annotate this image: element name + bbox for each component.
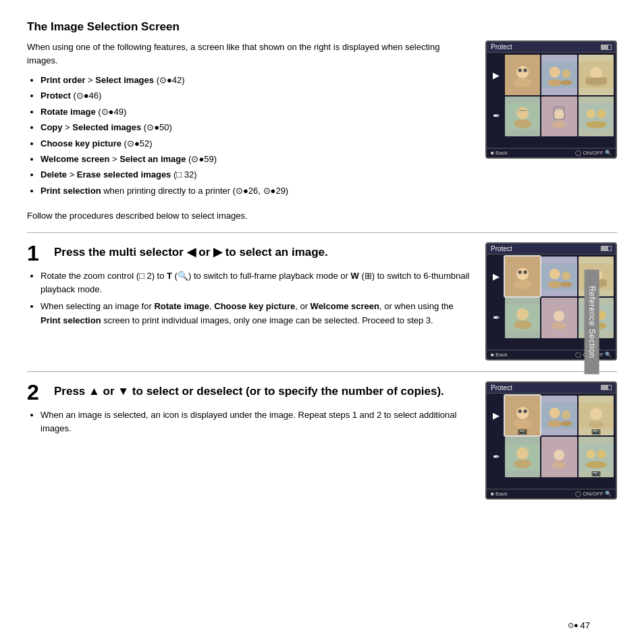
back-label-3: ■ Back [491,491,508,497]
battery-icon-2 [601,246,612,251]
thumbnail [505,55,540,95]
step-1-bullets: Rotate the zoom control (□ 2) to T (🔍) t… [41,269,472,328]
settings-icon-2: ✒ [493,313,500,323]
thumbnail [541,437,576,477]
list-item: Delete > Erase selected images (□ 32) [41,167,472,182]
svg-point-30 [523,270,527,273]
step-2-bullets: When an image is selected, an icon is di… [41,408,472,437]
step-2-content: 2 Press ▲ or ▼ to select or deselect (or… [27,381,472,500]
list-item: Rotate image (⊙●49) [41,104,472,119]
list-item: Print selection when printing directly t… [41,183,472,198]
step-1-title: Press the multi selector ◀ or ▶ to selec… [54,242,328,261]
thumbnail: 📷 [579,437,614,477]
camera-bottom-bar: ■ Back ◯ ON/OFF 🔍 [487,148,616,157]
step-1-header: 1 Press the multi selector ◀ or ▶ to sel… [27,242,472,264]
svg-point-8 [562,70,570,78]
thumbnail-selected [505,257,540,297]
svg-point-70 [586,450,595,458]
svg-point-56 [549,408,560,419]
svg-point-16 [514,119,531,128]
list-item: Print order > Select images (⊙●42) [41,72,472,88]
intro-text: When using one of the following features… [27,41,472,198]
thumbnail [541,257,576,297]
screen-label-step1: Protect [491,245,512,252]
svg-point-53 [518,409,522,412]
page-num-value: 47 [581,620,590,630]
svg-point-44 [554,311,565,321]
svg-point-15 [516,107,529,119]
thumbnail [505,97,540,137]
step-2-number: 2 [27,381,46,403]
reference-section-label: Reference Section [584,269,599,374]
svg-point-2 [514,78,531,87]
list-item: Welcome screen > Select an image (⊙●59) [41,151,472,167]
back-label-2: ■ Back [491,352,508,358]
step-1-section: 1 Press the multi selector ◀ or ▶ to sel… [27,232,617,360]
thumbnail [505,298,540,338]
svg-point-33 [547,281,562,288]
list-item: Copy > Selected images (⊙●50) [41,119,472,135]
intro-section: When using one of the following features… [27,41,617,198]
camera-screen-step2: Protect ▶ ✒ [485,381,617,500]
step-1-content: 1 Press the multi selector ◀ or ▶ to sel… [27,242,472,360]
svg-point-4 [523,69,527,72]
settings-icon: ✒ [493,111,500,121]
step-1-bullet-1: Rotate the zoom control (□ 2) to T (🔍) t… [41,269,472,298]
intro-paragraph: When using one of the following features… [27,41,472,67]
play-icon-2: ▶ [493,271,500,281]
page-num-icon: ⊙● [568,621,579,630]
step-1-bullet-2: When selecting an image for Rotate image… [41,300,472,328]
step-2-bullet-1: When an image is selected, an icon is di… [41,408,472,437]
back-label: ■ Back [491,150,508,156]
svg-point-71 [597,450,606,458]
page-title: The Image Selection Screen [27,20,617,34]
svg-point-11 [590,67,602,79]
step-1-number: 1 [27,242,46,264]
camera-top-bar: Protect [487,42,616,53]
battery-icon-3 [601,385,612,390]
svg-point-67 [554,450,565,460]
svg-point-72 [585,461,606,468]
svg-point-29 [518,270,522,273]
svg-point-65 [514,460,531,468]
thumbnail: 📷 [579,396,614,436]
camera-screen-step2-wrap: Protect ▶ ✒ [485,381,617,500]
camera-screen-intro-wrap: Protect ▶ ✒ [485,41,617,198]
play-icon-3: ▶ [493,410,500,421]
svg-point-57 [547,420,562,427]
thumbnail [541,97,576,137]
thumbnail [579,55,614,95]
thumbnail [579,97,614,137]
onoff-label: ◯ ON/OFF 🔍 [575,150,612,156]
svg-point-25 [585,121,606,128]
svg-point-68 [552,461,566,468]
svg-point-3 [518,69,522,72]
camera-top-bar-2: Protect [487,244,616,254]
svg-point-24 [597,109,606,118]
thumbnail [541,396,576,436]
svg-point-28 [514,280,531,289]
list-item: Choose key picture (⊙●52) [41,136,472,151]
camera-top-bar-3: Protect [487,383,616,394]
bullet-list: Print order > Select images (⊙●42) Prote… [41,72,472,198]
selection-indicator-2: 📷 [591,429,600,435]
screen-label-step2: Protect [491,384,512,392]
list-item: Protect (⊙●46) [41,88,472,103]
svg-point-51 [516,406,529,419]
svg-point-64 [516,447,529,459]
svg-point-45 [552,322,566,329]
svg-point-35 [560,281,572,287]
page-container: The Image Selection Screen When using on… [27,20,617,500]
svg-point-34 [562,271,570,280]
svg-point-7 [547,79,562,86]
svg-point-58 [562,410,570,419]
svg-point-54 [523,409,527,412]
onoff-label-3: ◯ ON/OFF 🔍 [575,491,612,497]
follow-text: Follow the procedures described below to… [27,209,617,223]
battery-icon [601,45,612,50]
thumbnail [541,298,576,338]
thumbnail-selected-2: 📷 [505,396,540,436]
page-number: ⊙● 47 [568,620,590,630]
step-2-title: Press ▲ or ▼ to select or deselect (or t… [54,381,444,400]
svg-point-23 [586,109,595,118]
